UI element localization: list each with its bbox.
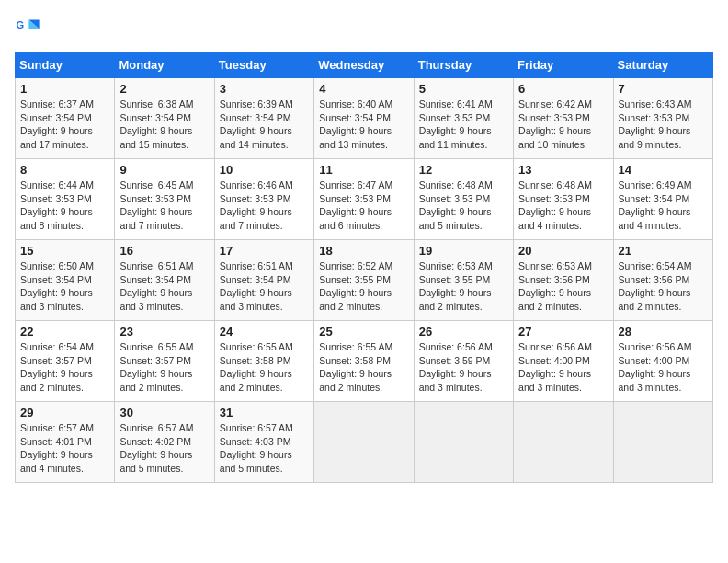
table-row: 3 Sunrise: 6:39 AM Sunset: 3:54 PM Dayli… — [214, 78, 313, 159]
day-number: 22 — [20, 325, 109, 339]
day-info: Sunrise: 6:45 AM Sunset: 3:53 PM Dayligh… — [119, 178, 209, 233]
day-number: 20 — [518, 244, 608, 258]
day-info: Sunrise: 6:37 AM Sunset: 3:54 PM Dayligh… — [20, 98, 109, 152]
table-row: 28 Sunrise: 6:56 AM Sunset: 4:00 PM Dayl… — [613, 321, 712, 402]
day-number: 28 — [619, 325, 708, 339]
table-row: 23 Sunrise: 6:55 AM Sunset: 3:57 PM Dayl… — [115, 321, 214, 402]
table-row: 10 Sunrise: 6:46 AM Sunset: 3:53 PM Dayl… — [214, 159, 313, 240]
day-number: 21 — [619, 244, 708, 258]
day-number: 18 — [319, 244, 408, 258]
table-row: 21 Sunrise: 6:54 AM Sunset: 3:56 PM Dayl… — [613, 240, 712, 321]
day-info: Sunrise: 6:55 AM Sunset: 3:57 PM Dayligh… — [119, 340, 209, 395]
day-info: Sunrise: 6:44 AM Sunset: 3:53 PM Dayligh… — [20, 178, 109, 233]
calendar-week-row: 22 Sunrise: 6:54 AM Sunset: 3:57 PM Dayl… — [16, 321, 713, 402]
day-number: 5 — [419, 82, 508, 96]
table-row: 26 Sunrise: 6:56 AM Sunset: 3:59 PM Dayl… — [414, 321, 513, 402]
table-row: 11 Sunrise: 6:47 AM Sunset: 3:53 PM Dayl… — [314, 159, 414, 240]
day-info: Sunrise: 6:46 AM Sunset: 3:53 PM Dayligh… — [220, 178, 309, 233]
table-row: 24 Sunrise: 6:55 AM Sunset: 3:58 PM Dayl… — [214, 321, 313, 402]
day-number: 15 — [20, 244, 109, 258]
day-info: Sunrise: 6:47 AM Sunset: 3:53 PM Dayligh… — [319, 178, 408, 233]
header-thursday: Thursday — [414, 52, 513, 78]
table-row: 5 Sunrise: 6:41 AM Sunset: 3:53 PM Dayli… — [414, 78, 513, 159]
day-number: 30 — [119, 406, 209, 419]
day-info: Sunrise: 6:55 AM Sunset: 3:58 PM Dayligh… — [319, 340, 408, 395]
day-number: 13 — [518, 163, 608, 177]
day-number: 29 — [20, 406, 109, 419]
table-row: 27 Sunrise: 6:56 AM Sunset: 4:00 PM Dayl… — [514, 321, 613, 402]
calendar-week-row: 8 Sunrise: 6:44 AM Sunset: 3:53 PM Dayli… — [16, 159, 713, 240]
table-row: 25 Sunrise: 6:55 AM Sunset: 3:58 PM Dayl… — [314, 321, 414, 402]
day-number: 26 — [419, 325, 508, 339]
day-number: 23 — [119, 325, 209, 339]
day-info: Sunrise: 6:38 AM Sunset: 3:54 PM Dayligh… — [119, 98, 209, 152]
table-row: 31 Sunrise: 6:57 AM Sunset: 4:03 PM Dayl… — [214, 402, 313, 483]
day-info: Sunrise: 6:56 AM Sunset: 4:00 PM Dayligh… — [518, 340, 608, 395]
header-wednesday: Wednesday — [314, 52, 414, 78]
calendar-week-row: 29 Sunrise: 6:57 AM Sunset: 4:01 PM Dayl… — [16, 402, 713, 483]
day-info: Sunrise: 6:53 AM Sunset: 3:56 PM Dayligh… — [518, 259, 608, 314]
table-row: 22 Sunrise: 6:54 AM Sunset: 3:57 PM Dayl… — [16, 321, 115, 402]
day-number: 3 — [220, 82, 309, 96]
table-row: 14 Sunrise: 6:49 AM Sunset: 3:54 PM Dayl… — [613, 159, 712, 240]
svg-text:G: G — [16, 19, 24, 30]
table-row — [414, 402, 513, 483]
header-friday: Friday — [514, 52, 613, 78]
day-info: Sunrise: 6:57 AM Sunset: 4:02 PM Dayligh… — [119, 421, 209, 476]
table-row — [514, 402, 613, 483]
day-info: Sunrise: 6:48 AM Sunset: 3:53 PM Dayligh… — [419, 178, 508, 233]
header-saturday: Saturday — [613, 52, 712, 78]
table-row: 18 Sunrise: 6:52 AM Sunset: 3:55 PM Dayl… — [314, 240, 414, 321]
day-info: Sunrise: 6:48 AM Sunset: 3:53 PM Dayligh… — [518, 178, 608, 233]
day-number: 14 — [619, 163, 708, 177]
table-row: 17 Sunrise: 6:51 AM Sunset: 3:54 PM Dayl… — [214, 240, 313, 321]
day-info: Sunrise: 6:54 AM Sunset: 3:56 PM Dayligh… — [619, 259, 708, 314]
day-number: 10 — [220, 163, 309, 177]
day-number: 6 — [518, 82, 608, 96]
day-number: 27 — [518, 325, 608, 339]
table-row: 7 Sunrise: 6:43 AM Sunset: 3:53 PM Dayli… — [613, 78, 712, 159]
day-number: 24 — [220, 325, 309, 339]
day-number: 1 — [20, 82, 109, 96]
page-header: G — [15, 15, 713, 40]
table-row — [314, 402, 414, 483]
weekday-header-row: Sunday Monday Tuesday Wednesday Thursday… — [16, 52, 713, 78]
day-info: Sunrise: 6:42 AM Sunset: 3:53 PM Dayligh… — [518, 98, 608, 152]
table-row: 30 Sunrise: 6:57 AM Sunset: 4:02 PM Dayl… — [115, 402, 214, 483]
day-number: 8 — [20, 163, 109, 177]
day-number: 19 — [419, 244, 508, 258]
day-info: Sunrise: 6:43 AM Sunset: 3:53 PM Dayligh… — [619, 98, 708, 152]
logo-icon: G — [15, 15, 40, 40]
table-row — [613, 402, 712, 483]
day-info: Sunrise: 6:51 AM Sunset: 3:54 PM Dayligh… — [220, 259, 309, 314]
table-row: 19 Sunrise: 6:53 AM Sunset: 3:55 PM Dayl… — [414, 240, 513, 321]
day-number: 4 — [319, 82, 408, 96]
table-row: 8 Sunrise: 6:44 AM Sunset: 3:53 PM Dayli… — [16, 159, 115, 240]
day-info: Sunrise: 6:40 AM Sunset: 3:54 PM Dayligh… — [319, 98, 408, 152]
calendar-week-row: 15 Sunrise: 6:50 AM Sunset: 3:54 PM Dayl… — [16, 240, 713, 321]
header-sunday: Sunday — [16, 52, 115, 78]
day-number: 11 — [319, 163, 408, 177]
day-number: 9 — [119, 163, 209, 177]
table-row: 12 Sunrise: 6:48 AM Sunset: 3:53 PM Dayl… — [414, 159, 513, 240]
table-row: 1 Sunrise: 6:37 AM Sunset: 3:54 PM Dayli… — [16, 78, 115, 159]
table-row: 9 Sunrise: 6:45 AM Sunset: 3:53 PM Dayli… — [115, 159, 214, 240]
table-row: 15 Sunrise: 6:50 AM Sunset: 3:54 PM Dayl… — [16, 240, 115, 321]
day-info: Sunrise: 6:56 AM Sunset: 3:59 PM Dayligh… — [419, 340, 508, 395]
table-row: 20 Sunrise: 6:53 AM Sunset: 3:56 PM Dayl… — [514, 240, 613, 321]
day-number: 17 — [220, 244, 309, 258]
day-info: Sunrise: 6:56 AM Sunset: 4:00 PM Dayligh… — [619, 340, 708, 395]
day-info: Sunrise: 6:51 AM Sunset: 3:54 PM Dayligh… — [119, 259, 209, 314]
day-info: Sunrise: 6:53 AM Sunset: 3:55 PM Dayligh… — [419, 259, 508, 314]
table-row: 4 Sunrise: 6:40 AM Sunset: 3:54 PM Dayli… — [314, 78, 414, 159]
table-row: 29 Sunrise: 6:57 AM Sunset: 4:01 PM Dayl… — [16, 402, 115, 483]
day-info: Sunrise: 6:39 AM Sunset: 3:54 PM Dayligh… — [220, 98, 309, 152]
day-info: Sunrise: 6:55 AM Sunset: 3:58 PM Dayligh… — [220, 340, 309, 395]
day-info: Sunrise: 6:57 AM Sunset: 4:03 PM Dayligh… — [220, 421, 309, 476]
header-tuesday: Tuesday — [214, 52, 313, 78]
day-info: Sunrise: 6:52 AM Sunset: 3:55 PM Dayligh… — [319, 259, 408, 314]
day-number: 7 — [619, 82, 708, 96]
table-row: 13 Sunrise: 6:48 AM Sunset: 3:53 PM Dayl… — [514, 159, 613, 240]
day-info: Sunrise: 6:54 AM Sunset: 3:57 PM Dayligh… — [20, 340, 109, 395]
day-number: 12 — [419, 163, 508, 177]
